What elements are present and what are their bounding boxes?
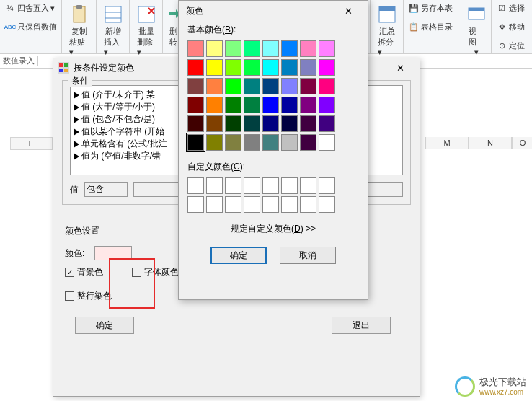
basic-color-40[interactable] bbox=[187, 134, 204, 151]
basic-color-15[interactable] bbox=[319, 59, 335, 76]
basic-color-45[interactable] bbox=[281, 134, 298, 151]
col-header-o[interactable]: O bbox=[512, 137, 532, 149]
custom-color-9[interactable] bbox=[206, 196, 223, 213]
move-button[interactable]: ✥移动 bbox=[496, 20, 528, 33]
basic-color-44[interactable] bbox=[262, 134, 279, 151]
basic-color-41[interactable] bbox=[206, 134, 223, 151]
basic-color-13[interactable] bbox=[281, 59, 298, 76]
basic-color-35[interactable] bbox=[244, 115, 260, 132]
basic-color-43[interactable] bbox=[244, 134, 260, 151]
basic-color-32[interactable] bbox=[187, 115, 204, 132]
custom-color-7[interactable] bbox=[319, 177, 335, 194]
custom-color-11[interactable] bbox=[244, 196, 260, 213]
dialog2-close-button[interactable]: ✕ bbox=[333, 2, 363, 19]
basic-color-4[interactable] bbox=[262, 40, 279, 57]
custom-color-3[interactable] bbox=[244, 177, 260, 194]
basic-color-3[interactable] bbox=[244, 40, 260, 57]
value-select[interactable]: 包含 bbox=[84, 182, 128, 197]
dialog1-close-button[interactable]: ✕ bbox=[385, 59, 415, 76]
custom-color-1[interactable] bbox=[206, 177, 223, 194]
basic-color-26[interactable] bbox=[225, 97, 241, 113]
basic-color-21[interactable] bbox=[281, 78, 298, 94]
add-insert-button[interactable]: 新增 插入▾ bbox=[101, 1, 125, 58]
basic-color-25[interactable] bbox=[206, 97, 223, 113]
batch-delete-button[interactable]: 批量 删除▾ bbox=[134, 1, 158, 58]
basic-color-29[interactable] bbox=[281, 97, 298, 113]
basic-color-23[interactable] bbox=[319, 78, 335, 94]
basic-color-10[interactable] bbox=[225, 59, 241, 76]
basic-color-42[interactable] bbox=[225, 134, 241, 151]
basic-color-2[interactable] bbox=[225, 40, 241, 57]
round-button[interactable]: ¼四舍五入▾ bbox=[4, 1, 57, 14]
custom-color-14[interactable] bbox=[300, 196, 316, 213]
keep-values-button[interactable]: ABC只保留数值 bbox=[4, 20, 57, 33]
whole-row-checkbox[interactable]: 整行染色 bbox=[65, 290, 112, 302]
copy-paste-button[interactable]: 复制 粘贴▾ bbox=[66, 1, 92, 58]
basic-color-24[interactable] bbox=[187, 97, 204, 113]
basic-color-31[interactable] bbox=[319, 97, 335, 113]
define-custom-link[interactable]: 规定自定义颜色(D) >> bbox=[179, 213, 368, 242]
basic-color-0[interactable] bbox=[187, 40, 204, 57]
basic-color-22[interactable] bbox=[300, 78, 316, 94]
basic-color-7[interactable] bbox=[319, 40, 335, 57]
basic-color-30[interactable] bbox=[300, 97, 316, 113]
view-icon bbox=[465, 3, 488, 26]
basic-color-47[interactable] bbox=[319, 134, 335, 151]
color-swatch[interactable] bbox=[94, 246, 132, 260]
formula-dropdown[interactable] bbox=[37, 56, 46, 66]
custom-color-2[interactable] bbox=[225, 177, 241, 194]
custom-color-6[interactable] bbox=[300, 177, 316, 194]
basic-color-5[interactable] bbox=[281, 40, 298, 57]
basic-color-11[interactable] bbox=[244, 59, 260, 76]
basic-color-6[interactable] bbox=[300, 40, 316, 57]
basic-color-8[interactable] bbox=[187, 59, 204, 76]
dialog1-ok-button[interactable]: 确定 bbox=[75, 317, 134, 334]
basic-color-20[interactable] bbox=[262, 78, 279, 94]
custom-color-13[interactable] bbox=[281, 196, 298, 213]
basic-color-1[interactable] bbox=[206, 40, 223, 57]
table-list-button[interactable]: 📋表格目录 bbox=[408, 20, 456, 33]
custom-color-10[interactable] bbox=[225, 196, 241, 213]
dialog2-cancel-button[interactable]: 取消 bbox=[280, 247, 336, 264]
col-header-e[interactable]: E bbox=[10, 137, 53, 150]
custom-color-15[interactable] bbox=[319, 196, 335, 213]
basic-color-36[interactable] bbox=[262, 115, 279, 132]
basic-color-19[interactable] bbox=[244, 78, 260, 94]
basic-color-17[interactable] bbox=[206, 78, 223, 94]
custom-color-8[interactable] bbox=[187, 196, 204, 213]
basic-color-33[interactable] bbox=[206, 115, 223, 132]
basic-color-18[interactable] bbox=[225, 78, 241, 94]
basic-color-12[interactable] bbox=[262, 59, 279, 76]
view-button[interactable]: 视图▾ bbox=[466, 1, 487, 58]
select-button[interactable]: ☑选择 bbox=[496, 1, 528, 14]
svg-rect-1 bbox=[76, 5, 82, 9]
basic-color-46[interactable] bbox=[300, 134, 316, 151]
custom-color-5[interactable] bbox=[281, 177, 298, 194]
locate-button[interactable]: ⊙定位 bbox=[496, 39, 528, 52]
svg-rect-14 bbox=[64, 69, 68, 72]
col-header-n[interactable]: N bbox=[469, 137, 512, 149]
col-header-m[interactable]: M bbox=[425, 137, 469, 149]
font-color-checkbox[interactable]: 字体颜色 bbox=[132, 266, 179, 278]
basic-color-9[interactable] bbox=[206, 59, 223, 76]
dialog1-exit-button[interactable]: 退出 bbox=[332, 317, 391, 334]
select-icon: ☑ bbox=[496, 2, 507, 14]
custom-color-12[interactable] bbox=[262, 196, 279, 213]
watermark-url: www.xz7.com bbox=[479, 388, 526, 396]
basic-color-34[interactable] bbox=[225, 115, 241, 132]
basic-color-38[interactable] bbox=[300, 115, 316, 132]
save-as-button[interactable]: 💾另存本表 bbox=[408, 1, 456, 14]
basic-color-39[interactable] bbox=[319, 115, 335, 132]
basic-color-27[interactable] bbox=[244, 97, 260, 113]
custom-color-0[interactable] bbox=[187, 177, 204, 194]
custom-color-4[interactable] bbox=[262, 177, 279, 194]
basic-color-28[interactable] bbox=[262, 97, 279, 113]
custom-colors-label: 自定义颜色(C): bbox=[179, 158, 368, 177]
custom-color-grid bbox=[179, 177, 368, 213]
basic-color-16[interactable] bbox=[187, 78, 204, 94]
sum-split-button[interactable]: 汇总 拆分▾ bbox=[375, 1, 399, 58]
basic-color-37[interactable] bbox=[281, 115, 298, 132]
bg-color-checkbox[interactable]: ✓背景色 bbox=[65, 266, 103, 278]
dialog2-ok-button[interactable]: 确定 bbox=[210, 247, 267, 264]
basic-color-14[interactable] bbox=[300, 59, 316, 76]
